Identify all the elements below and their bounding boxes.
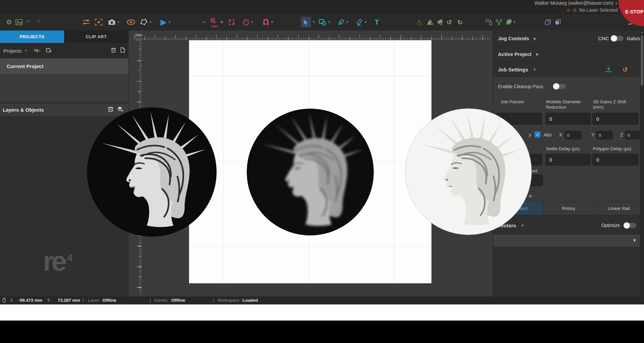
color-swatch[interactable] <box>400 288 408 296</box>
color-swatch[interactable] <box>269 288 277 296</box>
color-swatch[interactable] <box>460 288 468 296</box>
flip-vertical-icon[interactable] <box>436 14 443 31</box>
run-job-play-icon[interactable]: ▶ ▼ <box>160 14 171 31</box>
wobble-input[interactable]: 0 <box>545 113 591 125</box>
chevron-down-icon[interactable]: ▼ <box>149 20 152 24</box>
rotate-cw-icon[interactable]: ↻ <box>457 14 463 31</box>
jog-controls-title[interactable]: Jog Controls <box>498 36 529 41</box>
adjustments-sliders-icon[interactable] <box>83 14 90 31</box>
scrollbar-thumb[interactable] <box>641 36 643 86</box>
color-swatch[interactable] <box>430 288 438 296</box>
distribute-nodes-icon[interactable] <box>496 14 502 31</box>
focus-trace-icon[interactable] <box>95 14 102 31</box>
abs-checkbox[interactable]: ✓ <box>535 131 541 137</box>
chevron-down-icon[interactable]: ▼ <box>24 49 27 52</box>
copy-icon[interactable] <box>545 14 551 31</box>
pan-hand-icon[interactable]: ▼ <box>242 14 254 31</box>
color-swatch[interactable] <box>369 288 377 296</box>
project-list-item-current[interactable]: Current Project <box>0 58 128 74</box>
color-swatch[interactable] <box>218 288 226 296</box>
color-swatch[interactable] <box>299 288 307 296</box>
color-swatch[interactable] <box>319 288 327 296</box>
job-settings-title[interactable]: Job Settings <box>498 67 528 72</box>
undo-icon[interactable]: ↶ <box>26 14 31 31</box>
z-input[interactable]: 0 <box>625 131 641 139</box>
chevron-right-icon[interactable]: ▶ <box>536 52 539 56</box>
color-swatch[interactable] <box>420 288 428 296</box>
color-swatch[interactable] <box>389 288 398 296</box>
color-swatch[interactable] <box>289 288 297 296</box>
scroll-up-icon[interactable]: ▲ <box>641 31 643 33</box>
chevron-down-icon[interactable]: ▼ <box>271 20 274 24</box>
align-nodes-icon[interactable] <box>486 14 492 31</box>
zshift-input[interactable]: 0 <box>592 113 639 125</box>
color-swatch[interactable] <box>309 288 317 296</box>
paste-icon[interactable] <box>555 14 561 31</box>
pen-tool[interactable]: ▼ <box>338 14 349 31</box>
panel-scrollbar[interactable]: ▲ <box>640 30 644 296</box>
projects-dropdown[interactable]: Projects <box>3 48 21 54</box>
chevron-down-icon[interactable]: ▼ <box>328 20 331 24</box>
chevron-right-icon[interactable]: ▶ <box>534 37 537 40</box>
sort-alpha-icon[interactable]: ᴬ⁄ᴢ↓ <box>34 48 41 53</box>
color-swatch[interactable] <box>359 288 367 296</box>
snap-magnet-icon[interactable]: ▼ <box>263 14 274 31</box>
color-swatch[interactable] <box>198 288 206 296</box>
chevron-down-icon[interactable]: ▼ <box>346 20 349 24</box>
zoom-out-icon[interactable]: − <box>202 14 205 31</box>
coin-image-engraved-light[interactable] <box>404 108 533 236</box>
flip-horizontal-icon[interactable] <box>427 14 434 31</box>
sort-date-icon[interactable] <box>46 48 51 54</box>
sort-arrow-icon[interactable]: ▼ <box>633 238 637 243</box>
camera-capture-icon[interactable]: ▼ <box>108 14 120 31</box>
select-cursor-tool[interactable]: ▼ <box>301 14 315 31</box>
settle-delay-input[interactable]: 0 <box>545 154 591 166</box>
chevron-down-icon[interactable]: ▼ <box>364 20 367 24</box>
shapes-tool[interactable]: ▼ <box>319 14 331 31</box>
layer-fill-icon[interactable]: ▼ <box>506 14 516 31</box>
text-tool[interactable]: T <box>375 14 379 31</box>
chevron-down-icon[interactable]: ▼ <box>312 20 315 24</box>
chevron-down-icon[interactable]: ▼ <box>168 20 171 24</box>
lasso-selection-icon[interactable]: ▼ <box>140 14 152 31</box>
color-swatch[interactable] <box>279 288 287 296</box>
chevron-down-icon[interactable]: ▼ <box>250 20 254 24</box>
color-swatch[interactable] <box>178 288 186 296</box>
marker-tool[interactable]: ▼ <box>357 14 367 31</box>
redo-icon[interactable]: ↷ <box>36 14 41 31</box>
tab-linear-rail[interactable]: Linear Rail <box>594 202 644 215</box>
coin-image-engraved-dark[interactable] <box>86 106 218 238</box>
color-swatch[interactable] <box>349 288 357 296</box>
chevron-down-icon[interactable]: ▼ <box>117 20 120 24</box>
settings-gear-icon[interactable]: ⚙ <box>6 14 12 31</box>
tab-clipart[interactable]: CLIP ART <box>64 30 128 43</box>
download-settings-icon[interactable] <box>606 66 611 73</box>
active-project-title[interactable]: Active Project <box>498 51 532 57</box>
enable-cleanup-toggle[interactable] <box>554 84 566 89</box>
reset-settings-icon[interactable]: ↺ <box>623 66 628 73</box>
color-swatch[interactable] <box>188 288 196 296</box>
import-image-icon[interactable] <box>15 14 22 31</box>
color-swatch[interactable] <box>379 288 387 296</box>
color-swatch[interactable] <box>208 288 216 296</box>
color-swatch[interactable] <box>410 288 418 296</box>
y-input[interactable]: 0 <box>596 131 613 139</box>
color-swatch[interactable] <box>238 288 246 296</box>
color-swatch[interactable] <box>450 288 458 296</box>
x-input[interactable]: 0 <box>564 131 582 139</box>
rotate-ccw-icon[interactable]: ↺ <box>447 14 452 31</box>
chevron-down-icon[interactable]: ▼ <box>513 20 516 24</box>
color-swatch[interactable] <box>339 288 347 296</box>
tab-rotary[interactable]: Rotary <box>544 202 594 215</box>
chevron-down-icon[interactable]: ▼ <box>533 68 536 71</box>
optimize-toggle[interactable] <box>624 223 636 228</box>
color-swatch[interactable] <box>329 288 337 296</box>
polygon-delay-input[interactable]: 0 <box>592 154 639 166</box>
tab-projects[interactable]: PROJECTS <box>0 30 64 43</box>
coin-image-depthmap[interactable] <box>246 108 375 236</box>
preview-eye-icon[interactable] <box>127 14 135 31</box>
color-swatch[interactable] <box>259 288 267 296</box>
color-swatch[interactable] <box>440 288 448 296</box>
zoom-in-icon[interactable]: + <box>220 14 223 31</box>
cnc-galvo-toggle[interactable] <box>611 36 624 41</box>
